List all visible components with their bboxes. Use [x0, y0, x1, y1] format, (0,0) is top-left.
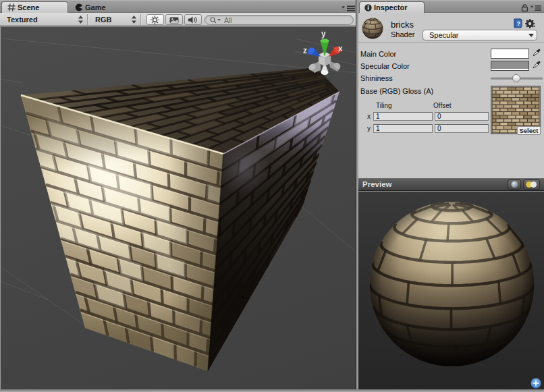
- svg-text:x: x: [338, 44, 343, 53]
- svg-text:z: z: [303, 46, 307, 55]
- svg-text:?: ?: [517, 20, 521, 27]
- svg-text:y: y: [321, 29, 326, 38]
